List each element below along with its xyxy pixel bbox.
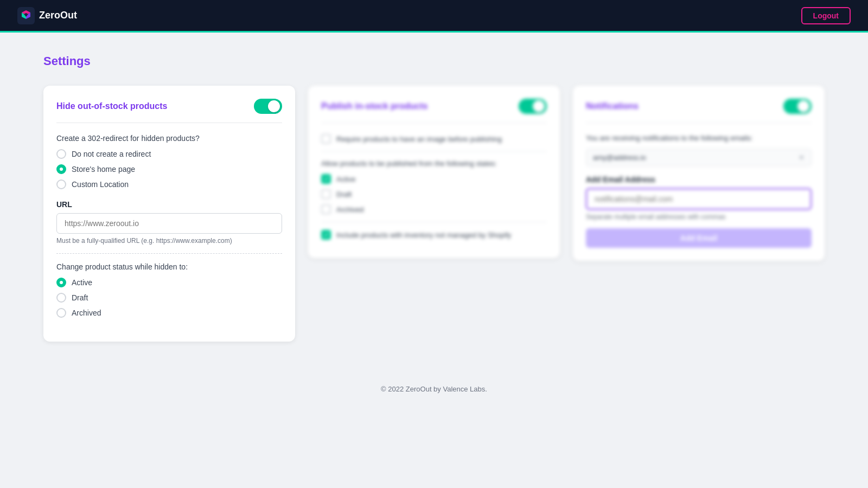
card2-toggle xyxy=(519,99,547,114)
card3-title: Notifications xyxy=(586,101,639,111)
card1-url-hint: Must be a fully-qualified URL (e.g. http… xyxy=(56,237,282,245)
radio-archived-label: Archived xyxy=(72,309,101,317)
card3-existing-email: amy@address.io ✕ xyxy=(586,149,812,166)
card2-include-unmanaged: Include products with inventory not mana… xyxy=(321,230,547,240)
card2-require-image-label: Require products to have an image before… xyxy=(336,135,502,143)
card-notifications: Notifications You are receiving notifica… xyxy=(573,86,825,261)
radio-no-redirect-circle xyxy=(56,149,66,159)
card1-toggle-track[interactable] xyxy=(254,99,282,114)
radio-draft-label: Draft xyxy=(72,293,88,302)
radio-home-page[interactable]: Store's home page xyxy=(56,164,282,174)
logo-area: ZeroOut xyxy=(17,7,77,24)
card2-toggle-thumb xyxy=(533,100,545,112)
card3-add-email-label: Add Email Address xyxy=(586,175,812,184)
card3-header: Notifications xyxy=(586,99,812,123)
card2-draft-checkbox xyxy=(321,189,331,199)
card3-email-value: amy@address.io xyxy=(593,153,646,162)
card2-header: Publish in-stock products xyxy=(321,99,547,123)
card1-status-label: Change product status while hidden to: xyxy=(56,262,282,271)
radio-home-page-circle xyxy=(56,164,66,174)
zeroout-logo-icon xyxy=(17,7,35,24)
radio-draft[interactable]: Draft xyxy=(56,293,282,303)
card1-header: Hide out-of-stock products xyxy=(56,99,282,123)
radio-custom-location[interactable]: Custom Location xyxy=(56,179,282,189)
header: ZeroOut Logout xyxy=(0,0,868,33)
card3-toggle-track xyxy=(783,99,812,114)
card1-redirect-question: Create a 302-redirect for hidden product… xyxy=(56,134,282,143)
radio-draft-circle xyxy=(56,293,66,303)
radio-active-label: Active xyxy=(72,278,92,287)
card2-active-label: Active xyxy=(336,175,355,183)
card2-state-active: Active xyxy=(321,174,547,184)
card2-active-checkbox xyxy=(321,174,331,184)
card3-email-hint: Separate multiple email addresses with c… xyxy=(586,213,812,221)
logout-button[interactable]: Logout xyxy=(801,7,851,24)
cards-row: Hide out-of-stock products Create a 302-… xyxy=(43,86,825,342)
card2-toggle-track xyxy=(519,99,547,114)
card1-toggle-thumb xyxy=(268,100,280,112)
card2-archived-label: Archived xyxy=(336,206,364,214)
card3-add-email-button: Add Email xyxy=(586,228,812,248)
card2-require-image: Require products to have an image before… xyxy=(321,134,547,144)
radio-archived[interactable]: Archived xyxy=(56,308,282,318)
logo-text: ZeroOut xyxy=(39,10,77,21)
card1-divider xyxy=(56,253,282,254)
card2-archived-checkbox xyxy=(321,204,331,214)
card1-url-label: URL xyxy=(56,200,282,209)
footer: © 2022 ZeroOut by Valence Labs. xyxy=(0,363,868,404)
card1-title: Hide out-of-stock products xyxy=(56,101,167,111)
card-publish-in-stock: Publish in-stock products Require produc… xyxy=(308,86,560,258)
card2-title: Publish in-stock products xyxy=(321,101,427,111)
card3-toggle xyxy=(783,99,812,114)
radio-custom-location-circle xyxy=(56,179,66,189)
radio-home-page-label: Store's home page xyxy=(72,165,135,174)
radio-archived-circle xyxy=(56,308,66,318)
card1-status-options: Active Draft Archived xyxy=(56,278,282,318)
radio-active-circle xyxy=(56,278,66,287)
svg-rect-0 xyxy=(17,7,35,24)
page-title: Settings xyxy=(43,54,825,68)
card1-toggle[interactable] xyxy=(254,99,282,114)
card2-unmanaged-checkbox xyxy=(321,230,331,240)
card3-add-email-input xyxy=(586,188,812,210)
card2-states-label: Allow products to be published from the … xyxy=(321,159,547,168)
main-content: Settings Hide out-of-stock products Crea… xyxy=(0,33,868,363)
card2-require-image-checkbox xyxy=(321,134,331,144)
card2-state-archived: Archived xyxy=(321,204,547,214)
card2-draft-label: Draft xyxy=(336,190,352,198)
radio-active[interactable]: Active xyxy=(56,278,282,287)
radio-no-redirect-label: Do not create a redirect xyxy=(72,150,151,158)
card2-divider2 xyxy=(321,222,547,222)
card1-redirect-options: Do not create a redirect Store's home pa… xyxy=(56,149,282,189)
card2-divider1 xyxy=(321,151,547,152)
card-hide-out-of-stock: Hide out-of-stock products Create a 302-… xyxy=(43,86,295,342)
card1-url-input[interactable] xyxy=(56,213,282,234)
radio-no-redirect[interactable]: Do not create a redirect xyxy=(56,149,282,159)
footer-text: © 2022 ZeroOut by Valence Labs. xyxy=(381,385,487,393)
card2-state-draft: Draft xyxy=(321,189,547,199)
card3-remove-email-icon: ✕ xyxy=(799,153,805,162)
card3-toggle-thumb xyxy=(797,100,809,112)
radio-custom-location-label: Custom Location xyxy=(72,180,129,189)
card3-receiving-text: You are receiving notifications to the f… xyxy=(586,134,812,142)
card2-unmanaged-label: Include products with inventory not mana… xyxy=(336,231,511,239)
